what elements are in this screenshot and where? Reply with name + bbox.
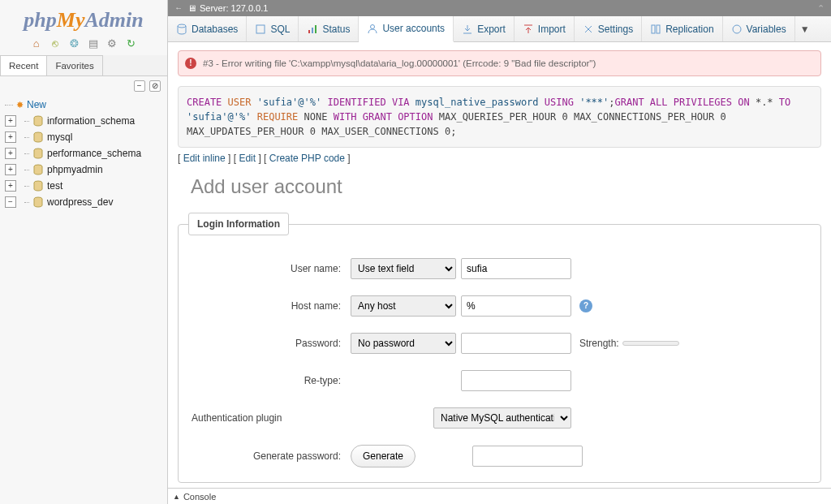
logo[interactable]: phpMyAdmin bbox=[0, 0, 167, 36]
logo-my: My bbox=[57, 8, 85, 32]
generated-password-input[interactable] bbox=[472, 446, 583, 467]
settings-icon bbox=[583, 24, 594, 35]
tab-sql[interactable]: SQL bbox=[247, 16, 299, 41]
expand-icon[interactable]: + bbox=[5, 164, 16, 175]
replication-icon bbox=[650, 24, 661, 35]
tab-databases[interactable]: Databases bbox=[168, 16, 247, 41]
server-label[interactable]: Server: 127.0.0.1 bbox=[200, 0, 268, 16]
navpanel-settings-icon[interactable]: ▤ bbox=[87, 37, 100, 50]
sql-icon bbox=[255, 24, 266, 35]
authplugin-label: Authentication plugin bbox=[188, 412, 386, 424]
password-label: Password: bbox=[188, 338, 351, 349]
logo-admin: Admin bbox=[84, 8, 143, 32]
console-bar[interactable]: ▲ Console bbox=[168, 488, 831, 504]
tab-settings[interactable]: Settings bbox=[575, 16, 642, 41]
panel-toggle-icon[interactable]: ⌃ bbox=[817, 0, 825, 16]
main-content: ! #3 - Error writing file 'C:\xampp\mysq… bbox=[168, 42, 831, 504]
username-label: User name: bbox=[188, 263, 351, 274]
password-input[interactable] bbox=[461, 333, 571, 354]
status-icon bbox=[307, 24, 318, 35]
export-icon bbox=[462, 24, 473, 35]
username-type-select[interactable]: Use text field bbox=[351, 258, 456, 279]
svg-rect-10 bbox=[315, 25, 316, 33]
users-icon bbox=[367, 23, 378, 34]
tab-favorites[interactable]: Favorites bbox=[46, 55, 102, 75]
new-db-icon: ✸ bbox=[16, 97, 24, 113]
tree-item-label[interactable]: phpmyadmin bbox=[47, 162, 103, 178]
tree-item[interactable]: − wordpress_dev bbox=[5, 194, 162, 210]
svg-rect-12 bbox=[652, 25, 655, 33]
login-information-fieldset: Login Information User name: Use text fi… bbox=[178, 213, 821, 483]
tree-item[interactable]: + test bbox=[5, 178, 162, 194]
tab-variables[interactable]: Variables bbox=[723, 16, 795, 41]
tree-item[interactable]: + information_schema bbox=[5, 113, 162, 129]
retype-label: Re-type: bbox=[188, 375, 351, 386]
login-information-legend: Login Information bbox=[188, 213, 289, 235]
collapse-icon[interactable]: − bbox=[5, 196, 16, 208]
reload-icon[interactable]: ↻ bbox=[124, 37, 137, 50]
quick-icons-row: ⌂ ⎋ ❂ ▤ ⚙ ↻ bbox=[0, 36, 167, 55]
console-label: Console bbox=[183, 492, 216, 502]
database-tree: ✸ New + information_schema + mysql + per… bbox=[0, 95, 167, 212]
tree-item-label[interactable]: mysql bbox=[47, 129, 72, 145]
tree-item-label[interactable]: information_schema bbox=[47, 113, 135, 129]
tree-controls: − ⊘ bbox=[0, 76, 167, 95]
svg-point-11 bbox=[371, 25, 375, 29]
page-title: Add user account bbox=[191, 175, 821, 198]
error-box: ! #3 - Error writing file 'C:\xampp\mysq… bbox=[178, 50, 821, 76]
username-row: User name: Use text field bbox=[188, 258, 811, 279]
tree-new[interactable]: ✸ New bbox=[5, 97, 162, 113]
expand-icon[interactable]: + bbox=[5, 148, 16, 159]
expand-icon[interactable]: + bbox=[5, 180, 16, 192]
nav-back-icon[interactable]: ← bbox=[174, 0, 183, 16]
tree-item[interactable]: + performance_schema bbox=[5, 145, 162, 162]
server-bar: ← 🖥 Server: 127.0.0.1 ⌃ bbox=[168, 0, 831, 16]
tree-item-label[interactable]: test bbox=[47, 178, 62, 194]
unlink-icon[interactable]: ⊘ bbox=[149, 80, 161, 92]
username-input[interactable] bbox=[461, 258, 571, 279]
gear-icon[interactable]: ⚙ bbox=[105, 37, 118, 50]
edit-inline-link[interactable]: Edit inline bbox=[183, 153, 226, 164]
generate-label: Generate password: bbox=[188, 450, 351, 462]
tab-status[interactable]: Status bbox=[299, 16, 359, 41]
help-icon[interactable]: ? bbox=[579, 299, 592, 312]
tab-export[interactable]: Export bbox=[454, 16, 515, 41]
hostname-type-select[interactable]: Any host bbox=[351, 295, 456, 317]
tree-item-label[interactable]: wordpress_dev bbox=[47, 194, 113, 210]
tree-item[interactable]: + phpmyadmin bbox=[5, 162, 162, 178]
svg-point-6 bbox=[178, 24, 186, 28]
tree-item[interactable]: + mysql bbox=[5, 129, 162, 145]
tree-new-label[interactable]: New bbox=[27, 97, 46, 113]
database-icon bbox=[32, 115, 44, 127]
hostname-label: Host name: bbox=[188, 300, 351, 312]
console-caret-icon: ▲ bbox=[173, 493, 180, 501]
svg-rect-13 bbox=[657, 25, 660, 33]
strength-meter bbox=[622, 341, 679, 346]
expand-icon[interactable]: + bbox=[5, 115, 16, 127]
server-icon: 🖥 bbox=[187, 0, 196, 16]
tab-recent[interactable]: Recent bbox=[0, 55, 47, 75]
tree-item-label[interactable]: performance_schema bbox=[47, 145, 141, 162]
databases-icon bbox=[176, 24, 187, 35]
edit-link[interactable]: Edit bbox=[239, 153, 256, 164]
expand-icon[interactable]: + bbox=[5, 131, 16, 143]
tab-replication[interactable]: Replication bbox=[642, 16, 722, 41]
svg-rect-7 bbox=[256, 25, 265, 33]
password-type-select[interactable]: No password bbox=[351, 333, 456, 354]
authplugin-select[interactable]: Native MySQL authentication bbox=[433, 407, 571, 429]
collapse-all-icon[interactable]: − bbox=[134, 80, 145, 92]
tabs-more-icon[interactable]: ▼ bbox=[795, 16, 815, 41]
svg-rect-8 bbox=[308, 30, 310, 33]
retype-input[interactable] bbox=[461, 370, 571, 391]
tab-user-accounts[interactable]: User accounts bbox=[359, 16, 454, 42]
generate-button[interactable]: Generate bbox=[351, 445, 416, 467]
home-icon[interactable]: ⌂ bbox=[30, 37, 43, 50]
docs-icon[interactable]: ❂ bbox=[67, 37, 80, 50]
create-php-link[interactable]: Create PHP code bbox=[269, 153, 345, 164]
generate-row: Generate password: Generate bbox=[188, 445, 811, 467]
hostname-input[interactable] bbox=[461, 295, 571, 317]
logo-php: php bbox=[24, 8, 56, 32]
hostname-row: Host name: Any host ? bbox=[188, 295, 811, 317]
logout-icon[interactable]: ⎋ bbox=[49, 37, 62, 50]
tab-import[interactable]: Import bbox=[515, 16, 575, 41]
